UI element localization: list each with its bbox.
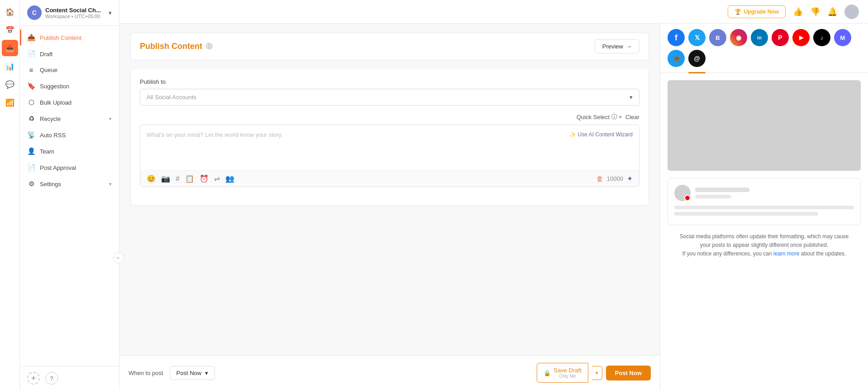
- icon-rail: 🏠 📅 📤 📊 💬 📶: [0, 0, 20, 390]
- sidebar-item-draft[interactable]: 📄 Draft: [20, 46, 119, 62]
- repost-icon[interactable]: ⇌: [214, 174, 220, 183]
- lock-icon: 🔒: [544, 370, 551, 376]
- preview-text-line-2: [674, 212, 818, 216]
- help-button[interactable]: ?: [45, 372, 58, 385]
- sidebar-item-recycle[interactable]: ♻ Recycle ▾: [20, 111, 119, 127]
- clear-button[interactable]: Clear: [625, 114, 639, 120]
- image-icon[interactable]: 📷: [161, 174, 170, 183]
- tab-pinterest[interactable]: P: [772, 29, 789, 46]
- emoji-icon[interactable]: 😊: [147, 174, 156, 183]
- magic-wand-icon[interactable]: ✦: [627, 174, 633, 183]
- publish-to-placeholder: All Social Accounts: [147, 94, 196, 101]
- upgrade-now-button[interactable]: 🏆 Upgrade Now: [728, 5, 786, 18]
- post-time-select[interactable]: Post Now ▾: [170, 366, 215, 380]
- tab-youtube[interactable]: ▶: [792, 29, 810, 46]
- sparkle-icon: ✨: [569, 131, 576, 138]
- nav-icon-publish[interactable]: 📤: [2, 40, 18, 56]
- sidebar-item-bulk[interactable]: ⬡ Bulk Upload: [20, 94, 119, 111]
- sidebar-item-settings[interactable]: ⚙ Settings ▾: [20, 176, 119, 192]
- chevron-down-icon: ▾: [109, 10, 112, 16]
- preview-button[interactable]: Preview →: [595, 39, 639, 53]
- chevron-down-icon: ▾: [630, 94, 633, 101]
- preview-user-row: [674, 185, 854, 201]
- sidebar-item-queue[interactable]: ≡ Queue: [20, 62, 119, 78]
- preview-user-info: [695, 188, 749, 198]
- team-icon: 👤: [27, 147, 35, 155]
- top-header: 🏆 Upgrade Now 👍 👎 🔔: [119, 0, 868, 24]
- autorss-icon: 📡: [27, 131, 35, 139]
- nav-icon-analytics[interactable]: 📊: [2, 58, 18, 74]
- char-count: 10000: [607, 175, 623, 182]
- help-circle-icon[interactable]: ⓪: [206, 43, 212, 51]
- hashtag-icon[interactable]: #: [176, 175, 180, 183]
- workspace-sub: Workspace • UTC+05:00: [45, 14, 105, 19]
- thumbs-down-icon[interactable]: 👎: [810, 7, 820, 17]
- trophy-icon: 🏆: [734, 9, 741, 15]
- thumbs-up-icon[interactable]: 👍: [793, 7, 803, 17]
- add-workspace-button[interactable]: +: [27, 372, 40, 385]
- tab-linkedin[interactable]: in: [751, 29, 768, 46]
- text-toolbar: 😊 📷 # 📋 ⏰ ⇌ 👥 🗑 10000 ✦: [140, 170, 639, 187]
- tab-twitter[interactable]: 𝕏: [688, 29, 706, 46]
- tab-facebook[interactable]: f: [668, 29, 685, 46]
- collapse-sidebar-button[interactable]: ←: [113, 252, 124, 263]
- preview-name-bar: [695, 188, 749, 192]
- nav-icon-home[interactable]: 🏠: [2, 4, 18, 20]
- tab-tiktok[interactable]: ♪: [813, 29, 830, 46]
- sidebar-item-publish[interactable]: 📤 Publish Content: [20, 29, 119, 46]
- sidebar-item-suggestion[interactable]: 🔖 Suggestion: [20, 78, 119, 94]
- action-buttons: 🔒 Save Draft Only Me ▾ Post Now: [537, 363, 651, 383]
- nav-icon-messages[interactable]: 💬: [2, 76, 18, 92]
- sidebar-item-team[interactable]: 👤 Team: [20, 143, 119, 159]
- notifications-icon[interactable]: 🔔: [827, 7, 837, 17]
- publish-page-title: Publish Content ⓪: [140, 42, 212, 51]
- when-to-post-label: When to post: [129, 370, 163, 376]
- nav-icon-calendar[interactable]: 📅: [2, 22, 18, 38]
- nav-items: 📤 Publish Content 📄 Draft ≡ Queue 🔖 Sugg…: [20, 26, 119, 366]
- preview-post-card: [668, 178, 861, 225]
- workspace-header[interactable]: C Content Social Ch... Workspace • UTC+0…: [20, 0, 119, 26]
- toolbar-right: 🗑 10000 ✦: [596, 174, 633, 183]
- publish-header: Publish Content ⓪ Preview →: [130, 33, 649, 60]
- info-icon: ⓘ: [611, 113, 617, 121]
- sidebar-bottom: + ?: [20, 366, 119, 390]
- tab-bluesky[interactable]: B: [709, 29, 726, 46]
- save-draft-button[interactable]: 🔒 Save Draft Only Me: [537, 363, 588, 383]
- main-content: 🏆 Upgrade Now 👍 👎 🔔 Publish Content ⓪ Pr…: [119, 0, 868, 390]
- settings-icon: ⚙: [27, 180, 35, 188]
- when-to-post-row: When to post Post Now ▾ 🔒 Save Draft Onl…: [119, 355, 660, 390]
- tab-mastodon[interactable]: M: [834, 29, 851, 46]
- sidebar-item-autorss[interactable]: 📡 Auto RSS: [20, 127, 119, 143]
- nav-icon-audio[interactable]: 📶: [2, 94, 18, 111]
- text-placeholder: What's on your mind? Let the world know …: [147, 131, 565, 138]
- post-text-area[interactable]: What's on your mind? Let the world know …: [140, 125, 639, 170]
- preview-content: Social media platforms often update thei…: [660, 73, 868, 390]
- tab-instagram[interactable]: ◉: [730, 29, 747, 46]
- template-icon[interactable]: 📋: [185, 174, 194, 183]
- workspace-name: Content Social Ch...: [45, 7, 105, 14]
- bulk-icon: ⬡: [27, 98, 35, 106]
- preview-panel: f 𝕏 B ◉ in P ▶ ♪ M 🦋 @: [660, 24, 868, 390]
- trash-icon[interactable]: 🗑: [596, 175, 603, 183]
- tab-threads[interactable]: @: [688, 50, 706, 67]
- mentions-icon[interactable]: 👥: [225, 174, 234, 183]
- save-draft-dropdown-button[interactable]: ▾: [592, 366, 602, 380]
- publish-to-select[interactable]: All Social Accounts ▾: [140, 89, 639, 106]
- ai-content-wizard-button[interactable]: ✨ Use AI Content Wizard: [569, 131, 633, 138]
- social-notice: Social media platforms often update thei…: [668, 225, 861, 266]
- publish-to-label: Publish to: [140, 78, 639, 85]
- tab-bluebird[interactable]: 🦋: [668, 50, 685, 67]
- post-now-button[interactable]: Post Now: [606, 366, 651, 380]
- preview-text-line-1: [674, 206, 854, 209]
- learn-more-link[interactable]: learn more: [773, 250, 799, 257]
- schedule-icon[interactable]: ⏰: [200, 174, 209, 183]
- arrow-right-icon: →: [626, 43, 632, 50]
- queue-icon: ≡: [27, 66, 35, 74]
- sidebar-item-approval[interactable]: 📄 Post Approval: [20, 159, 119, 176]
- preview-image: [668, 80, 861, 171]
- settings-chevron-icon: ▾: [109, 181, 112, 187]
- publish-icon: 📤: [27, 34, 35, 42]
- user-avatar[interactable]: [844, 5, 859, 19]
- quick-select-chevron-icon[interactable]: ▾: [619, 114, 622, 120]
- workspace-info: Content Social Ch... Workspace • UTC+05:…: [45, 7, 105, 19]
